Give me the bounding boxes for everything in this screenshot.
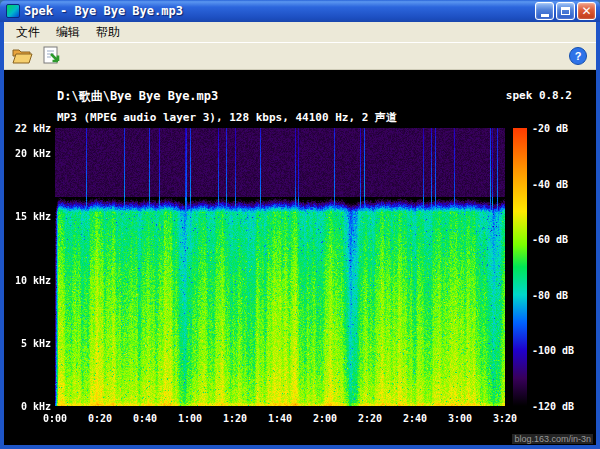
minimize-icon xyxy=(541,14,549,17)
window-title: Spek - Bye Bye Bye.mp3 xyxy=(24,4,531,18)
maximize-button[interactable] xyxy=(556,2,575,20)
x-axis-tick: 0:20 xyxy=(80,413,120,424)
menu-file[interactable]: 文件 xyxy=(8,22,48,43)
colorbar-tick: -20 dB xyxy=(532,123,568,134)
colorbar-tick: -60 dB xyxy=(532,234,568,245)
x-axis-tick: 2:40 xyxy=(395,413,435,424)
colorbar-tick: -80 dB xyxy=(532,290,568,301)
menubar: 文件 编辑 帮助 xyxy=(4,22,596,42)
open-file-button[interactable] xyxy=(8,43,36,69)
close-button[interactable]: ✕ xyxy=(577,2,596,20)
colorbar-tick: -120 dB xyxy=(532,401,574,412)
save-sample-button[interactable] xyxy=(38,43,66,69)
menu-edit[interactable]: 编辑 xyxy=(48,22,88,43)
help-button[interactable]: ? xyxy=(564,43,592,69)
x-axis-tick: 1:00 xyxy=(170,413,210,424)
svg-text:?: ? xyxy=(575,50,582,62)
colorbar xyxy=(513,128,527,406)
app-icon xyxy=(6,4,20,18)
y-axis-tick: 22 kHz xyxy=(4,123,51,134)
save-icon xyxy=(41,45,63,67)
x-axis-tick: 0:40 xyxy=(125,413,165,424)
watermark: blog.163.com/in-3n xyxy=(512,434,593,444)
file-path: D:\歌曲\Bye Bye Bye.mp3 xyxy=(57,88,218,105)
y-axis-tick: 10 kHz xyxy=(4,275,51,286)
x-axis-tick: 3:20 xyxy=(485,413,525,424)
format-info: MP3 (MPEG audio layer 3), 128 kbps, 4410… xyxy=(57,110,397,125)
x-axis-tick: 1:20 xyxy=(215,413,255,424)
x-axis-tick: 1:40 xyxy=(260,413,300,424)
colorbar-tick: -40 dB xyxy=(532,179,568,190)
y-axis-tick: 0 kHz xyxy=(4,401,51,412)
x-axis-tick: 2:20 xyxy=(350,413,390,424)
minimize-button[interactable] xyxy=(535,2,554,20)
toolbar: ? xyxy=(4,42,596,70)
y-axis-tick: 5 kHz xyxy=(4,338,51,349)
y-axis-tick: 20 kHz xyxy=(4,148,51,159)
x-axis-tick: 3:00 xyxy=(440,413,480,424)
help-icon: ? xyxy=(568,46,588,66)
colorbar-tick: -100 dB xyxy=(532,345,574,356)
spectrogram-panel: D:\歌曲\Bye Bye Bye.mp3 spek 0.8.2 MP3 (MP… xyxy=(4,70,596,445)
maximize-icon xyxy=(561,7,570,15)
y-axis-tick: 15 kHz xyxy=(4,211,51,222)
titlebar[interactable]: Spek - Bye Bye Bye.mp3 ✕ xyxy=(0,0,600,22)
app-version: spek 0.8.2 xyxy=(506,89,572,102)
spectrogram-canvas xyxy=(55,128,505,406)
x-axis-tick: 0:00 xyxy=(35,413,75,424)
spek-window: Spek - Bye Bye Bye.mp3 ✕ 文件 编辑 帮助 xyxy=(0,0,600,449)
open-folder-icon xyxy=(11,45,33,67)
window-frame: 文件 编辑 帮助 ? xyxy=(0,22,600,449)
x-axis-tick: 2:00 xyxy=(305,413,345,424)
menu-help[interactable]: 帮助 xyxy=(88,22,128,43)
